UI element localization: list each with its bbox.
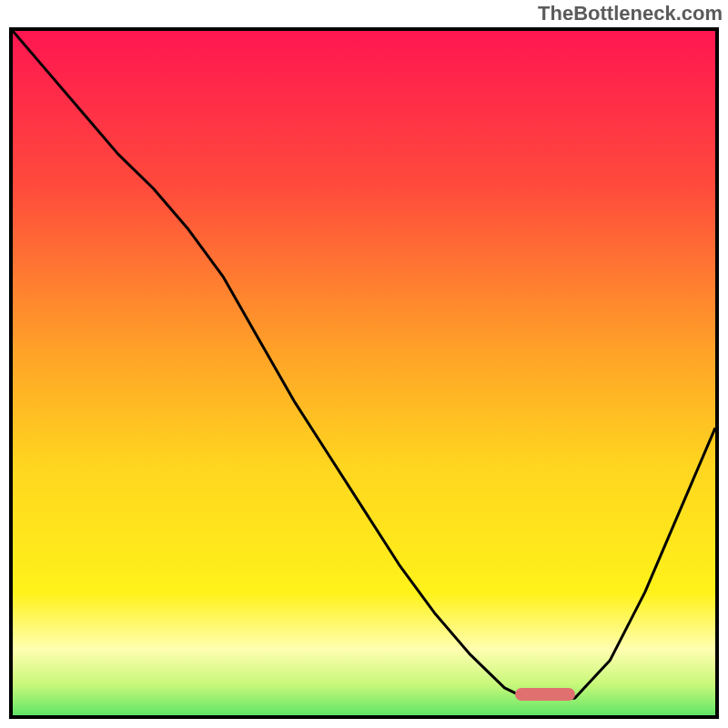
bottleneck-curve <box>13 31 715 715</box>
watermark-text: TheBottleneck.com <box>538 2 723 25</box>
chart-plot-area <box>9 27 719 719</box>
optimum-marker <box>515 688 575 701</box>
chart-container: TheBottleneck.com <box>0 0 728 728</box>
